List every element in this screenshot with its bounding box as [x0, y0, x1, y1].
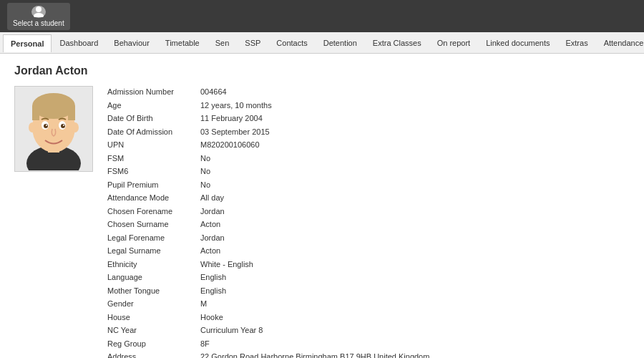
- field-label: Language: [107, 271, 200, 284]
- info-row: Legal Forename Jordan: [107, 232, 630, 244]
- field-value: No: [200, 179, 210, 191]
- svg-rect-7: [32, 106, 39, 120]
- tab-bar: Personal Dashboard Behaviour Timetable S…: [0, 32, 644, 54]
- field-label: Date Of Birth: [107, 112, 200, 125]
- tab-timetable[interactable]: Timetable: [157, 34, 208, 52]
- tab-extra-classes[interactable]: Extra Classes: [365, 34, 429, 52]
- info-row: FSM6 No: [107, 165, 630, 178]
- field-value: Jordan: [200, 205, 225, 218]
- field-label: Age: [107, 100, 200, 112]
- field-value: 11 February 2004: [200, 112, 263, 125]
- tab-on-report[interactable]: On report: [429, 34, 478, 52]
- info-row: Reg Group 8F: [107, 338, 630, 350]
- info-row: UPN M820200106060: [107, 139, 630, 151]
- field-label: FSM6: [107, 165, 200, 178]
- svg-point-11: [44, 124, 48, 128]
- info-row: Date Of Birth 11 February 2004: [107, 112, 630, 125]
- info-row: Mother Tongue English: [107, 285, 630, 297]
- field-value: 8F: [200, 338, 210, 350]
- field-value: Jordan: [200, 232, 225, 244]
- select-student-label: Select a student: [13, 19, 64, 27]
- tab-linked-documents[interactable]: Linked documents: [478, 34, 557, 52]
- info-row: Legal Surname Acton: [107, 245, 630, 257]
- field-label: NC Year: [107, 324, 200, 337]
- tab-contacts[interactable]: Contacts: [268, 34, 315, 52]
- field-value: White - English: [200, 258, 253, 271]
- tab-ssp[interactable]: SSP: [237, 34, 268, 52]
- svg-rect-8: [68, 106, 75, 120]
- svg-point-12: [61, 124, 65, 128]
- tab-attendance[interactable]: Attendance: [596, 34, 644, 52]
- field-value: Acton: [200, 218, 220, 231]
- field-label: Mother Tongue: [107, 285, 200, 297]
- field-value: 12 years, 10 months: [200, 100, 272, 112]
- field-value: Hooke: [200, 311, 223, 324]
- field-value: English: [200, 285, 226, 297]
- field-value: All day: [200, 192, 224, 204]
- field-label: Address: [107, 351, 200, 358]
- field-value: M: [200, 298, 207, 310]
- field-label: Chosen Surname: [107, 218, 200, 231]
- field-label: Date Of Admission: [107, 126, 200, 138]
- field-value: 03 September 2015: [200, 126, 270, 138]
- info-row: Chosen Surname Acton: [107, 218, 630, 231]
- svg-point-13: [46, 125, 47, 126]
- tab-behaviour[interactable]: Behaviour: [106, 34, 157, 52]
- info-row: FSM No: [107, 153, 630, 165]
- field-label: Legal Forename: [107, 232, 200, 244]
- field-label: Attendance Mode: [107, 192, 200, 204]
- tab-extras[interactable]: Extras: [557, 34, 595, 52]
- svg-point-1: [34, 13, 44, 17]
- info-row: Gender M: [107, 298, 630, 310]
- field-value: Curriculum Year 8: [200, 324, 263, 337]
- field-value: English: [200, 271, 226, 284]
- info-row: Chosen Forename Jordan: [107, 205, 630, 218]
- field-label: Ethnicity: [107, 258, 200, 271]
- field-label: Pupil Premium: [107, 179, 200, 191]
- svg-point-0: [36, 6, 42, 12]
- tab-detention[interactable]: Detention: [316, 34, 365, 52]
- field-value: Acton: [200, 245, 220, 257]
- main-content: Jordan Acton: [0, 54, 644, 358]
- field-label: Legal Surname: [107, 245, 200, 257]
- student-photo: [14, 86, 93, 172]
- tab-sen[interactable]: Sen: [208, 34, 238, 52]
- svg-point-14: [63, 125, 64, 126]
- info-row: Language English: [107, 271, 630, 284]
- field-value: No: [200, 165, 210, 178]
- info-row: House Hooke: [107, 311, 630, 324]
- profile-section: Admission Number 004664 Age 12 years, 10…: [14, 86, 630, 358]
- field-value: 004664: [200, 86, 227, 98]
- field-label: Admission Number: [107, 86, 200, 98]
- field-value: 22 Gordon Road Harborne Birmingham B17 9…: [200, 351, 429, 358]
- info-table: Admission Number 004664 Age 12 years, 10…: [107, 86, 630, 358]
- tab-dashboard[interactable]: Dashboard: [52, 34, 106, 52]
- field-label: UPN: [107, 139, 200, 151]
- info-row: Date Of Admission 03 September 2015: [107, 126, 630, 138]
- info-row: Pupil Premium No: [107, 179, 630, 191]
- student-name: Jordan Acton: [14, 64, 630, 77]
- info-row: Attendance Mode All day: [107, 192, 630, 204]
- student-icon: [31, 6, 46, 18]
- field-value: M820200106060: [200, 139, 260, 151]
- field-label: FSM: [107, 153, 200, 165]
- info-row: Age 12 years, 10 months: [107, 100, 630, 112]
- svg-point-16: [72, 122, 79, 132]
- select-student-button[interactable]: Select a student: [7, 3, 70, 30]
- svg-point-15: [29, 122, 36, 132]
- info-row: NC Year Curriculum Year 8: [107, 324, 630, 337]
- field-label: Gender: [107, 298, 200, 310]
- top-bar: Select a student: [0, 0, 644, 32]
- info-row: Ethnicity White - English: [107, 258, 630, 271]
- tab-personal[interactable]: Personal: [3, 34, 52, 52]
- field-label: House: [107, 311, 200, 324]
- info-row: Admission Number 004664: [107, 86, 630, 98]
- field-label: Reg Group: [107, 338, 200, 350]
- field-value: No: [200, 153, 210, 165]
- field-label: Chosen Forename: [107, 205, 200, 218]
- info-row: Address 22 Gordon Road Harborne Birmingh…: [107, 351, 630, 358]
